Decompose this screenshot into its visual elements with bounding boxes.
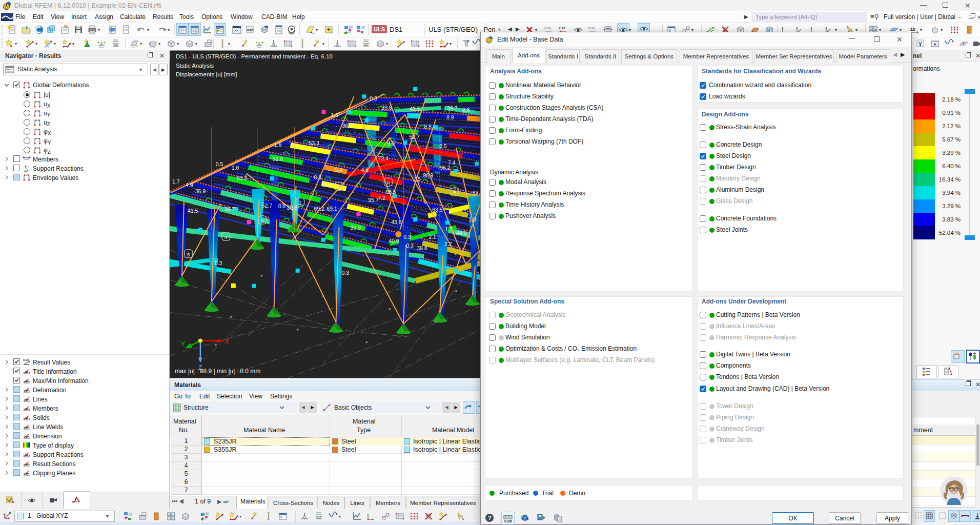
svg-text:39.8: 39.8 [417, 246, 427, 251]
svg-text:>>_: >>_ [234, 29, 240, 33]
svg-text:10: 10 [910, 27, 915, 32]
svg-text:4: 4 [224, 234, 228, 240]
svg-text:40.9: 40.9 [389, 238, 399, 244]
svg-text:39.9: 39.9 [350, 225, 361, 231]
svg-text:I: I [48, 46, 49, 49]
svg-text:63.8: 63.8 [473, 190, 480, 196]
svg-text:7.2: 7.2 [378, 195, 385, 201]
svg-text:0.5: 0.5 [291, 142, 299, 148]
svg-text:4.9: 4.9 [186, 183, 193, 188]
svg-text:Y: Y [181, 340, 185, 348]
svg-text:63.5: 63.5 [432, 207, 443, 213]
svg-text:73.4: 73.4 [378, 156, 389, 161]
svg-text:x.xx: x.xx [588, 26, 595, 30]
svg-text:1.8: 1.8 [468, 217, 476, 223]
svg-text:39.7: 39.7 [447, 106, 458, 111]
svg-text:1.6: 1.6 [331, 112, 338, 118]
svg-text:8.8: 8.8 [314, 175, 322, 180]
svg-text:39.7: 39.7 [224, 207, 235, 212]
svg-text:Displacements |u| [mm]: Displacements |u| [mm] [176, 71, 237, 77]
svg-text:2: 2 [299, 200, 302, 206]
svg-text:53.3: 53.3 [237, 175, 248, 181]
svg-text:96.2: 96.2 [440, 165, 451, 171]
svg-text:8.9: 8.9 [446, 115, 454, 120]
svg-text:41.5: 41.5 [410, 106, 420, 112]
svg-text:1: 1 [337, 184, 340, 190]
svg-text:?: ? [488, 515, 492, 521]
svg-text:DS1 - ULS (STR/GEO) - Permanen: DS1 - ULS (STR/GEO) - Permanent and tran… [176, 54, 333, 60]
svg-text:53.6: 53.6 [273, 156, 283, 162]
svg-text:x.xx: x.xx [544, 26, 551, 30]
svg-text:9.0: 9.0 [387, 141, 395, 147]
svg-text:0.3: 0.3 [403, 234, 411, 240]
svg-text:34.8: 34.8 [322, 183, 333, 188]
svg-text:0.3: 0.3 [215, 260, 222, 266]
svg-text:5: 5 [187, 252, 190, 257]
svg-text:X: X [225, 338, 229, 345]
svg-text:0.8: 0.8 [278, 204, 286, 209]
svg-text:8.8: 8.8 [424, 124, 432, 130]
svg-text:7.5: 7.5 [413, 176, 421, 182]
svg-text:x.xx: x.xx [559, 26, 565, 30]
svg-text:A: A [386, 180, 390, 186]
svg-text:Static Analysis: Static Analysis [176, 63, 214, 69]
svg-text:69.2: 69.2 [314, 206, 325, 212]
svg-text:2.7: 2.7 [444, 241, 452, 247]
svg-text:52.7: 52.7 [409, 134, 420, 140]
svg-text:53.3: 53.3 [309, 140, 320, 146]
svg-text:0.3: 0.3 [406, 243, 414, 249]
svg-text:0.3: 0.3 [341, 270, 349, 276]
svg-text:2.1: 2.1 [428, 234, 436, 240]
svg-text:1.2: 1.2 [445, 227, 453, 232]
svg-text:39.6: 39.6 [381, 105, 392, 111]
svg-text:98.5: 98.5 [385, 189, 396, 195]
svg-text:8.8: 8.8 [462, 107, 470, 113]
svg-text:1.6: 1.6 [274, 142, 282, 148]
svg-text:36.9: 36.9 [195, 189, 206, 194]
svg-text:0.3: 0.3 [370, 96, 377, 102]
svg-text:1.7: 1.7 [172, 179, 180, 185]
svg-text:43.8: 43.8 [391, 219, 402, 225]
svg-text:0.5: 0.5 [216, 161, 223, 167]
svg-text:69.1: 69.1 [326, 206, 337, 212]
svg-text:4.8: 4.8 [361, 167, 369, 173]
svg-text:95.7: 95.7 [368, 197, 379, 203]
svg-text:1.6: 1.6 [232, 165, 239, 171]
svg-text:0.5: 0.5 [439, 144, 447, 149]
svg-text:98.9: 98.9 [423, 173, 434, 178]
svg-text:max |u| : 98.9 | min |u| : 0.0: max |u| : 98.9 | min |u| : 0.0 mm [175, 368, 260, 375]
svg-text:52.7: 52.7 [262, 203, 273, 209]
svg-text:>sc: >sc [247, 28, 253, 32]
svg-text:B: B [453, 190, 457, 195]
svg-text:39.8: 39.8 [287, 205, 298, 211]
svg-text:9.4: 9.4 [335, 167, 342, 173]
svg-text:41.5: 41.5 [188, 208, 198, 214]
svg-text:0.00: 0.00 [504, 519, 512, 523]
svg-text:36.9: 36.9 [342, 123, 353, 129]
svg-text:3: 3 [261, 218, 264, 224]
svg-text:44.0: 44.0 [456, 230, 467, 236]
svg-text:x.xx: x.xx [23, 358, 29, 361]
